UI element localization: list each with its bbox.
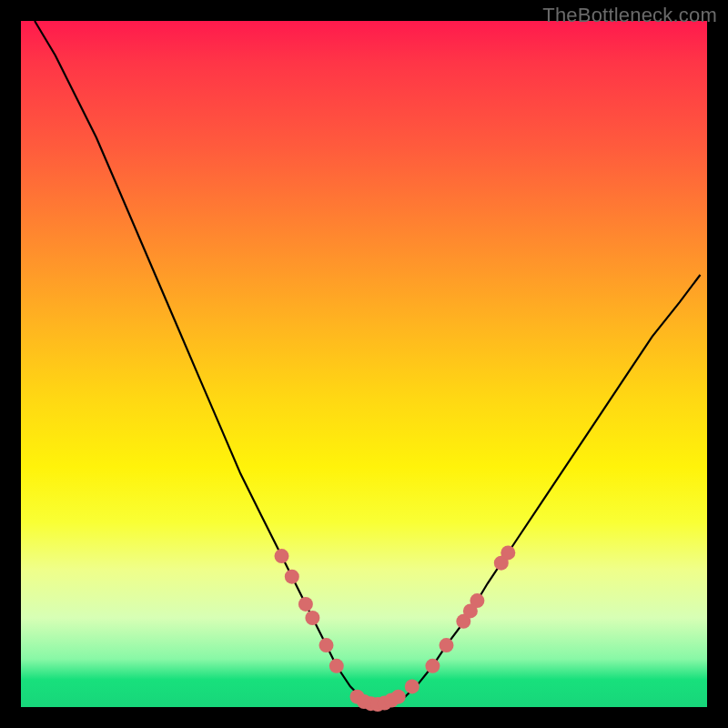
data-marker [329,659,344,673]
watermark-text: TheBottleneck.com [542,4,717,27]
bottleneck-plot [21,21,707,707]
data-marker [275,549,289,563]
data-marker [298,597,313,612]
data-marker [305,611,319,625]
data-marker [440,638,454,652]
chart-area [21,21,707,707]
data-marker [470,593,484,608]
bottleneck-curve [35,21,700,705]
marker-group [275,545,516,712]
data-marker [319,638,334,652]
data-marker [500,545,515,560]
data-marker [391,690,406,704]
data-marker [425,659,440,673]
data-marker [405,679,420,693]
data-marker [285,570,299,584]
